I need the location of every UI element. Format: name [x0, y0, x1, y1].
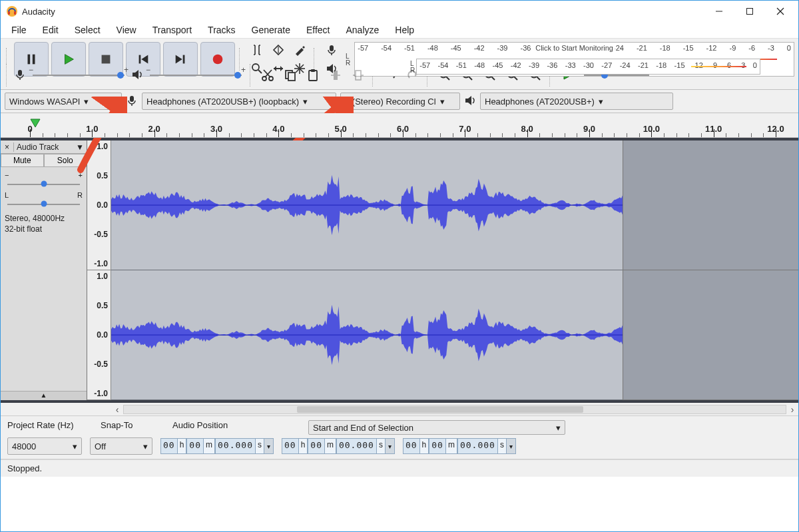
chevron-down-icon: ▼	[76, 142, 84, 152]
recording-volume-slider[interactable]: − +	[29, 69, 129, 81]
menu-generate[interactable]: Generate	[244, 23, 298, 37]
track-collapse-button[interactable]: ▲	[1, 391, 87, 400]
track-empty-area[interactable]	[623, 140, 798, 400]
audio-host-combo[interactable]: Windows WASAPI ▾	[5, 93, 122, 110]
audio-host-value: Windows WASAPI	[9, 97, 80, 107]
svg-rect-7	[28, 55, 31, 65]
window-maximize-button[interactable]	[734, 1, 765, 21]
window-title: Audacity	[22, 7, 55, 17]
paste-button[interactable]	[303, 65, 323, 85]
waveform-right-channel[interactable]	[111, 270, 623, 400]
audio-position-label: Audio Position	[172, 420, 299, 435]
recording-device-value: Headphones (AT2020USB+) (loopback)	[146, 97, 299, 107]
trim-button[interactable]	[326, 65, 346, 85]
titlebar: Audacity	[1, 1, 798, 22]
svg-rect-2	[14, 11, 16, 15]
svg-rect-27	[330, 45, 334, 51]
play-meter-lr2: LR	[409, 59, 416, 74]
svg-rect-41	[334, 71, 338, 80]
menu-view[interactable]: View	[109, 23, 144, 37]
playback-volume-slider[interactable]: − +	[146, 69, 246, 81]
recording-channels-combo[interactable]: 2 (Stereo) Recording Cl ▾	[340, 93, 460, 110]
selection-mode-combo[interactable]: Start and End of Selection▾	[308, 420, 565, 435]
audio-position-field[interactable]: 00h 00m 00.000s ▾	[160, 438, 274, 454]
track-info: Stereo, 48000Hz 32-bit float	[1, 210, 87, 238]
cut-button[interactable]	[258, 65, 278, 85]
chevron-down-icon: ▾	[73, 441, 77, 451]
svg-rect-1	[8, 11, 10, 15]
window-close-button[interactable]	[765, 1, 796, 21]
recording-device-combo[interactable]: Headphones (AT2020USB+) (loopback) ▾	[142, 93, 336, 110]
menu-file[interactable]: File	[3, 23, 35, 37]
window-minimize-button[interactable]	[704, 1, 734, 21]
menu-effect[interactable]: Effect	[298, 23, 338, 37]
svg-rect-39	[309, 71, 317, 81]
track-name-label: Audio Track	[17, 142, 59, 152]
copy-button[interactable]	[280, 65, 300, 85]
menu-select[interactable]: Select	[67, 23, 109, 37]
playback-meter[interactable]: -57-54-51-48-45-42-39-36-33-30-27-24-21-…	[416, 59, 760, 75]
svg-marker-68	[465, 96, 471, 105]
playback-device-combo[interactable]: Headphones (AT2020USB+) ▾	[480, 93, 673, 110]
svg-marker-13	[176, 55, 182, 64]
status-text: Stopped.	[7, 463, 42, 473]
chevron-down-icon: ▾	[440, 97, 445, 107]
svg-line-50	[446, 77, 449, 80]
menu-help[interactable]: Help	[387, 23, 422, 37]
scroll-left-button[interactable]: ‹	[111, 404, 123, 415]
svg-rect-10	[102, 55, 111, 64]
timeline-ruler[interactable]: 01.02.03.04.05.06.07.08.09.010.011.012.0	[1, 113, 798, 138]
svg-line-54	[469, 77, 472, 80]
snap-to-combo[interactable]: Off▾	[90, 437, 152, 455]
svg-rect-14	[183, 55, 185, 64]
selection-end-field[interactable]: 00h 00m 00.000s ▾	[403, 438, 516, 454]
chevron-down-icon: ▾	[84, 97, 89, 107]
rec-meter-mic-icon[interactable]	[322, 41, 342, 59]
selection-start-field[interactable]: 00h 00m 00.000s ▾	[282, 438, 395, 454]
mic-icon	[126, 95, 138, 109]
solo-button[interactable]: Solo	[44, 154, 87, 167]
rec-meter-lr: LR	[344, 52, 352, 67]
status-bar: Stopped.	[1, 459, 798, 477]
track-menu-button[interactable]: Audio Track ▼	[14, 142, 87, 152]
svg-marker-9	[65, 55, 74, 65]
svg-rect-66	[130, 96, 134, 102]
project-rate-combo[interactable]: 48000▾	[7, 437, 82, 455]
track-close-button[interactable]: ×	[1, 142, 14, 152]
menu-edit[interactable]: Edit	[35, 23, 67, 37]
recording-channels-value: 2 (Stereo) Recording Cl	[345, 97, 436, 107]
chevron-down-icon: ▾	[599, 97, 603, 107]
menu-analyze[interactable]: Analyze	[338, 23, 388, 37]
svg-line-60	[514, 77, 517, 80]
mic-icon	[14, 69, 26, 83]
svg-rect-30	[18, 70, 22, 76]
selection-toolbar: Project Rate (Hz) Snap-To Audio Position…	[1, 416, 798, 459]
menu-tracks[interactable]: Tracks	[200, 23, 243, 37]
draw-tool-icon[interactable]	[290, 41, 310, 59]
horizontal-scrollbar[interactable]: ‹ ›	[1, 403, 798, 416]
chevron-down-icon: ▾	[303, 97, 308, 107]
svg-marker-12	[141, 55, 148, 64]
envelope-tool-icon[interactable]	[268, 41, 288, 59]
scroll-track[interactable]	[123, 405, 786, 414]
waveform-left-channel[interactable]	[111, 140, 623, 270]
svg-marker-32	[133, 70, 138, 79]
svg-rect-4	[747, 9, 753, 15]
tracks-area: × Audio Track ▼ Mute Solo −+ LR Stereo, …	[1, 138, 798, 403]
speaker-icon	[464, 95, 476, 109]
svg-rect-8	[33, 55, 35, 65]
speaker-icon	[131, 69, 143, 83]
svg-rect-40	[311, 69, 315, 72]
track-gain-slider[interactable]	[5, 179, 83, 188]
chevron-down-icon: ▾	[264, 438, 274, 454]
scroll-right-button[interactable]: ›	[786, 404, 798, 415]
track-pan-slider[interactable]	[5, 199, 83, 208]
svg-line-64	[537, 77, 540, 80]
scroll-thumb[interactable]	[297, 406, 583, 413]
menu-transport[interactable]: Transport	[144, 23, 200, 37]
chevron-down-icon: ▾	[143, 441, 148, 451]
svg-point-15	[213, 55, 223, 65]
toolbars: LR -57-54-51-48-45-42-39-36-33-30-27-24-…	[1, 38, 798, 90]
selection-tool-icon[interactable]	[247, 41, 267, 59]
mute-button[interactable]: Mute	[1, 154, 44, 167]
